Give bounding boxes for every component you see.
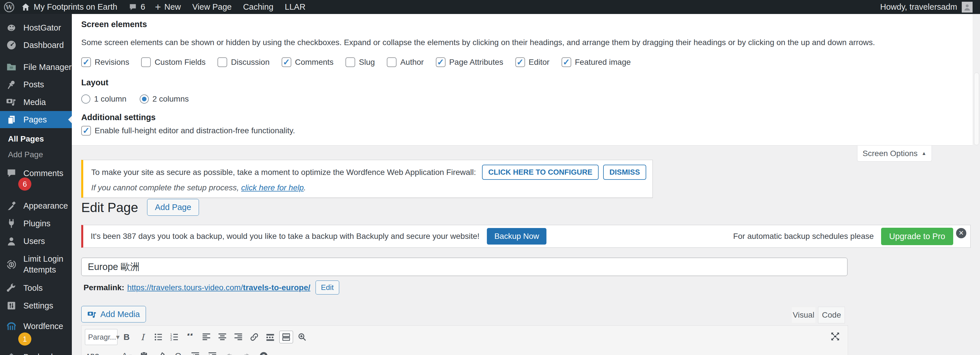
adminbar-llar[interactable]: LLAR	[285, 2, 305, 12]
checkbox-label: Author	[400, 58, 424, 67]
upgrade-to-pro-button[interactable]: Upgrade to Pro	[881, 228, 953, 245]
adminbar-comments[interactable]: 6	[129, 2, 145, 12]
sidebar-item-label: Limit Login Attempts	[23, 254, 69, 275]
strikethrough-button[interactable]: ABC	[86, 350, 99, 355]
sidebar-item-comments[interactable]: Comments	[0, 165, 72, 182]
bold-button[interactable]: B	[120, 331, 134, 343]
sidebar-item-plugins[interactable]: Plugins	[0, 215, 72, 232]
sidebar-item-hostgator[interactable]: HostGator	[0, 19, 72, 36]
checkbox-label: Slug	[359, 58, 375, 67]
sidebar-item-posts[interactable]: Posts	[0, 76, 72, 93]
clear-formatting-button[interactable]	[154, 350, 168, 355]
page-header: Edit Page Add Page	[81, 199, 199, 216]
sidebar-item-label: HostGator	[23, 23, 61, 32]
fullscreen-icon[interactable]	[829, 331, 842, 342]
scrollbar-thumb[interactable]	[974, 72, 979, 145]
edit-permalink-button[interactable]: Edit	[315, 280, 339, 294]
layout-radios: 1 column 2 columns	[81, 94, 189, 104]
editor-toolbar-row1: Paragr... B I 123 “	[85, 329, 309, 345]
screen-options-panel: Screen elements Some screen elements can…	[72, 14, 973, 146]
align-center-button[interactable]	[215, 331, 229, 343]
checkbox-page-attributes[interactable]	[436, 58, 445, 67]
configure-firewall-button[interactable]: CLICK HERE TO CONFIGURE	[482, 165, 598, 180]
sidebar-subitem-add-page[interactable]: Add Page	[0, 148, 72, 162]
howdy-account-menu[interactable]: Howdy, travelersadm	[880, 2, 957, 12]
screen-options-tab[interactable]: Screen Options ▲	[857, 146, 932, 162]
checkbox-editor[interactable]	[515, 58, 525, 67]
checkbox-author[interactable]	[387, 58, 396, 67]
llar-label: LLAR	[285, 2, 305, 12]
zoom-button[interactable]	[295, 331, 309, 343]
add-page-button[interactable]: Add Page	[147, 199, 199, 216]
checkbox-fullheight-editor[interactable]	[81, 126, 91, 136]
align-right-button[interactable]	[231, 331, 245, 343]
page-title-input[interactable]	[81, 258, 848, 276]
radio-2-columns[interactable]	[140, 94, 149, 104]
read-more-tag-button[interactable]	[263, 331, 277, 343]
sidebar-item-label: Backuply	[23, 352, 57, 355]
align-left-button[interactable]	[199, 331, 213, 343]
help-button[interactable]: ?	[257, 350, 270, 355]
adminbar-view-page[interactable]: View Page	[192, 2, 232, 12]
dashboard-icon	[6, 40, 17, 51]
text-color-button[interactable]: A	[120, 350, 134, 355]
checkbox-custom-fields[interactable]	[141, 58, 151, 67]
sidebar-item-label: Users	[23, 237, 45, 246]
sidebar-item-pages[interactable]: Pages	[0, 111, 72, 128]
tab-code[interactable]: Code	[818, 307, 845, 323]
permalink-base-link[interactable]: https://travelers.tours-video.com/	[127, 283, 243, 292]
undo-button[interactable]	[223, 350, 236, 355]
checkbox-discussion[interactable]	[218, 58, 227, 67]
redo-button[interactable]	[240, 350, 253, 355]
sidebar-item-limit-login-attempts[interactable]: Limit Login Attempts	[0, 251, 72, 278]
outdent-button[interactable]	[189, 350, 202, 355]
checkbox-featured-image[interactable]	[562, 58, 571, 67]
avatar[interactable]	[962, 2, 973, 13]
sidebar-item-users[interactable]: Users	[0, 233, 72, 250]
chevron-up-icon: ▲	[921, 151, 926, 157]
sidebar-item-backuply[interactable]: Backuply	[0, 349, 72, 355]
italic-button[interactable]: I	[136, 331, 150, 343]
paragraph-format-dropdown[interactable]: Paragr...	[85, 329, 118, 345]
add-media-label: Add Media	[100, 310, 140, 319]
checkbox-slug[interactable]	[345, 58, 355, 67]
blockquote-button[interactable]: “	[184, 334, 197, 341]
bulleted-list-button[interactable]	[152, 331, 165, 343]
sidebar-item-wordfence[interactable]: Wordfence	[0, 318, 72, 335]
backup-schedule-text: For automatic backup schedules please	[733, 232, 874, 241]
add-media-button[interactable]: Add Media	[81, 306, 146, 323]
adminbar-new-menu[interactable]: + New	[155, 2, 181, 12]
sidebar-item-tools[interactable]: Tools	[0, 279, 72, 296]
sidebar-item-dashboard[interactable]: Dashboard	[0, 37, 72, 54]
sidebar-item-label: Media	[23, 98, 46, 107]
tab-visual[interactable]: Visual	[791, 307, 816, 323]
close-icon[interactable]: ✕	[956, 228, 966, 238]
checkbox-comments[interactable]	[282, 58, 291, 67]
scrollbar-track[interactable]	[973, 14, 980, 355]
wordpress-logo-icon: W	[4, 2, 14, 12]
sidebar-subitem-all-pages[interactable]: All Pages	[0, 132, 72, 146]
wp-logo-menu[interactable]: W	[4, 2, 14, 12]
wordfence-help-link[interactable]: click here for help	[241, 183, 304, 192]
new-label: New	[164, 2, 181, 12]
horizontal-rule-button[interactable]: —	[103, 350, 116, 355]
sidebar-item-label: Pages	[23, 115, 47, 125]
user-icon	[6, 236, 17, 246]
sidebar-item-appearance[interactable]: Appearance	[0, 197, 72, 214]
insert-link-button[interactable]	[247, 331, 261, 343]
site-name-menu[interactable]: My Footprints on Earth	[21, 2, 117, 12]
radio-1-column[interactable]	[81, 94, 91, 104]
adminbar-caching[interactable]: Caching	[243, 2, 274, 12]
paste-as-text-button[interactable]	[137, 350, 151, 355]
toolbar-toggle-button[interactable]	[279, 331, 293, 343]
permalink-slug-link[interactable]: travels-to-europe/	[243, 283, 310, 292]
sidebar-item-settings[interactable]: Settings	[0, 297, 72, 314]
backup-now-button[interactable]: Backup Now	[487, 228, 546, 245]
sidebar-item-media[interactable]: Media	[0, 94, 72, 111]
checkbox-revisions[interactable]	[81, 58, 91, 67]
indent-button[interactable]	[206, 350, 219, 355]
sidebar-item-file-manager[interactable]: File Manager	[0, 59, 72, 76]
special-character-button[interactable]: Ω	[172, 350, 185, 355]
numbered-list-button[interactable]: 123	[168, 331, 181, 343]
dismiss-button[interactable]: DISMISS	[603, 165, 646, 180]
